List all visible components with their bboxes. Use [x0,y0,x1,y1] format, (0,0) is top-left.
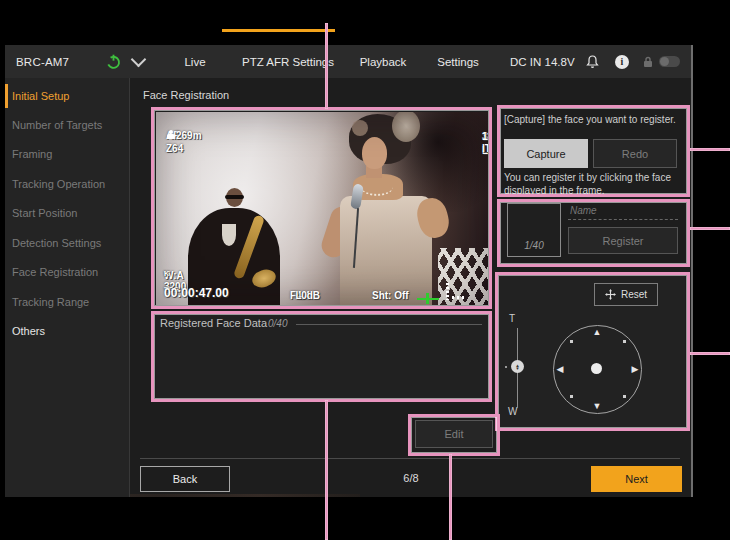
audio-level-meter-icon [446,283,449,300]
screenshot-stage: BRC-AM7 Live PTZ AFR Settings Playback S… [0,0,730,540]
power-icon [105,53,122,70]
osd-shutter: Sht: Off [372,290,409,301]
info-button[interactable]: i [614,45,630,78]
ptz-reset-label: Reset [621,289,647,300]
audio-level-dots-icon [452,296,466,299]
focus-subject-icon [167,130,175,140]
back-button[interactable]: Back [140,466,230,492]
focus-indicator-icon [426,293,429,304]
notifications-button[interactable] [584,45,600,78]
zoom-slider-tick [505,366,507,368]
page-title: Face Registration [143,89,229,101]
registered-face-data-label: Registered Face Data [160,317,267,329]
divider [296,324,482,325]
pan-up-arrow-icon[interactable]: ▲ [593,327,602,337]
osd-zoom: Z64 [166,143,183,154]
pad-diagonal-dot [623,395,626,398]
pad-center-button[interactable] [591,363,602,374]
pan-left-arrow-icon[interactable]: ◀ [557,364,564,374]
sidebar-item-framing[interactable]: Framing [5,141,130,167]
osd-color-space: ITU709 [482,142,488,156]
lock-indicator [642,45,654,78]
ptz-reset-button[interactable]: Reset [594,283,658,306]
toggle-knob [660,57,669,66]
pad-diagonal-dot [623,340,626,343]
vignette [156,112,488,305]
callout-line-right-2 [690,227,730,230]
lock-toggle[interactable] [657,45,681,78]
face-thumbnail-box: 1/40 [507,203,561,257]
redo-button[interactable]: Redo [593,139,677,168]
device-name: BRC-AM7 [16,45,69,78]
footer-divider [140,458,680,459]
power-menu-toggle[interactable] [131,45,145,78]
sidebar-item-detection-settings[interactable]: Detection Settings [5,230,130,256]
toggle-pill-icon [659,56,680,67]
callout-line-right-3 [690,352,730,355]
tab-ptz-afr-settings[interactable]: PTZ AFR Settings [242,45,334,78]
name-input[interactable] [568,201,678,220]
active-tab-underline [222,29,335,32]
info-icon: i [615,55,629,69]
power-button[interactable] [104,45,122,78]
tab-live[interactable]: Live [184,45,205,78]
move-icon [605,289,616,300]
register-hint: You can register it by clicking the face… [504,171,688,197]
callout-line-right-1 [690,148,730,151]
settings-sidebar: Initial Setup Number of Targets Framing … [5,78,130,497]
sidebar-item-others[interactable]: Others [5,318,130,344]
capture-instruction: [Capture] the face you want to register. [504,114,694,125]
next-button[interactable]: Next [591,466,682,492]
zoom-tele-label: T [509,313,515,324]
pan-down-arrow-icon[interactable]: ▼ [593,401,602,411]
tab-playback[interactable]: Playback [360,45,407,78]
chevron-down-icon [130,52,146,68]
sidebar-item-start-position[interactable]: Start Position [5,200,130,226]
pad-diagonal-dot [570,340,573,343]
register-button[interactable]: Register [568,227,678,254]
zoom-slider-thumb[interactable]: ▲▼ [511,360,524,373]
face-slot-indicator: 1/40 [508,240,560,251]
sidebar-item-initial-setup[interactable]: Initial Setup [5,83,130,109]
osd-focus: AF269m [166,130,176,141]
camera-preview[interactable]: AF269m Z64 3840x2160 119.88P S-L420 ITU7… [156,112,488,305]
edit-button[interactable]: Edit [415,420,493,448]
wizard-page-indicator: 6/8 [396,472,426,484]
pan-right-arrow-icon[interactable]: ▶ [632,364,639,374]
osd-iris-gain: F4.4 L: 0dB [290,290,301,301]
sidebar-item-tracking-operation[interactable]: Tracking Operation [5,171,130,197]
sidebar-item-number-of-targets[interactable]: Number of Targets [5,112,130,138]
sidebar-item-face-registration[interactable]: Face Registration [5,259,130,285]
bell-icon [586,55,599,69]
lock-icon [643,56,653,68]
pad-diagonal-dot [570,395,573,398]
window-right-edge [691,45,693,497]
registered-face-data-count: 0/40 [268,318,287,329]
capture-button[interactable]: Capture [504,139,588,168]
tab-settings[interactable]: Settings [437,45,479,78]
slider-arrow-down-icon: ▼ [515,367,519,370]
sidebar-item-tracking-range[interactable]: Tracking Range [5,289,130,315]
